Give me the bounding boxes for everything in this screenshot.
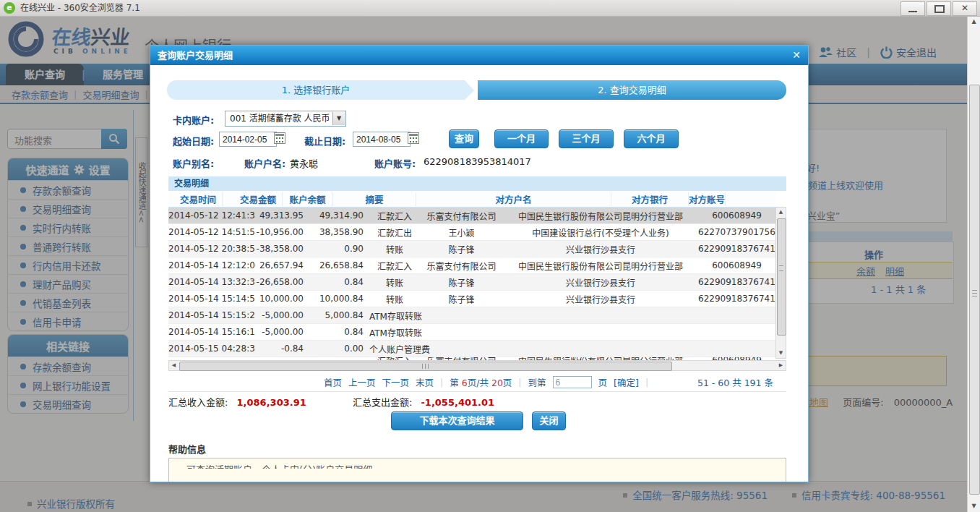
start-date-input[interactable] (219, 132, 277, 147)
scroll-down-arrow-icon[interactable]: ▼ (968, 500, 980, 512)
cell-time: 2014-05-14 12:12:05 (168, 260, 255, 270)
table-header-cell: 对方账号 (689, 192, 726, 206)
cell-counterparty-name: 陈子锋 (420, 243, 503, 255)
table-row[interactable]: 2014-05-12 20:38:57 -38,358.00 0.90 转账 陈… (168, 241, 775, 257)
cell-balance: 5,000.84 (309, 310, 369, 320)
calendar-icon[interactable] (408, 132, 419, 144)
wizard-steps: 1. 选择银行账户 2. 查询交易明细 (167, 80, 786, 100)
browser-title: 在线兴业 - 360安全浏览器 7.1 (20, 0, 140, 16)
scroll-up-arrow-icon[interactable]: ▲ (776, 208, 786, 217)
table-row[interactable]: 2014-05-14 15:14:56 10,000.00 10,000.84 … (168, 291, 775, 307)
cell-counterparty-account: 622909183767411413 (698, 294, 775, 304)
cell-counterparty-name: 陈子锋 (420, 276, 503, 289)
account-name-label: 账户户名: (244, 156, 285, 170)
account-number-value: 622908183953814017 (424, 156, 531, 167)
scrollbar-grip-icon (422, 364, 429, 369)
table-row[interactable]: 2014-05-14 15:16:14 -5,000.00 0.84 ATM存取… (168, 324, 775, 341)
goto-page-suffix: 页 (598, 375, 608, 389)
cell-time: 2014-05-12 12:41:34 (168, 210, 255, 221)
window-maximize-button[interactable] (927, 1, 951, 16)
cell-summary: ATM存取转账 (369, 310, 420, 322)
cell-counterparty-bank: 中国建设银行总行(不受理个人业务) (503, 226, 698, 239)
cell-summary: 个人账户管理费 (369, 343, 420, 355)
table-header-cell: 对方户名 (416, 192, 611, 206)
cell-summary: 转账 (369, 276, 420, 289)
window-close-button[interactable] (953, 1, 977, 16)
table-row[interactable]: 2014-05-12 14:51:56 -10,956.00 38,358.90… (168, 224, 775, 241)
cell-amount: -38,358.00 (255, 244, 309, 254)
dialog-close-icon[interactable]: ✕ (792, 49, 801, 61)
cell-counterparty-name: 陈子锋 (420, 293, 503, 305)
cell-amount: 26,657.94 (255, 260, 309, 270)
cell-counterparty-bank: 兴业银行沙县支行 (503, 293, 698, 305)
cell-time: 2014-05-15 04:28:37 (168, 344, 255, 354)
table-header-cell: 交易金额 (223, 192, 283, 206)
scrollbar-grip-icon (779, 265, 783, 271)
one-month-button[interactable]: 一个月 (494, 129, 549, 148)
six-month-button[interactable]: 六个月 (624, 129, 679, 148)
first-page-link[interactable]: 首页 (324, 375, 342, 389)
query-button[interactable]: 查询 (449, 129, 479, 148)
cell-time: 2014-05-14 13:32:34 (168, 277, 255, 287)
cell-balance: 38,358.90 (309, 227, 369, 237)
three-month-button[interactable]: 三个月 (559, 129, 614, 148)
table-hscroll-thumb[interactable] (179, 362, 672, 371)
table-header-cell: 摘要 (333, 192, 416, 206)
download-results-button[interactable]: 下载本次查询结果 (391, 411, 523, 430)
step-query-detail: 2. 查询交易明细 (478, 80, 786, 100)
scroll-down-arrow-icon[interactable]: ▼ (776, 349, 786, 358)
cell-time: 2014-05-12 14:51:56 (168, 227, 255, 237)
cell-balance: 0.84 (309, 277, 369, 287)
table-row[interactable]: 2014-05-14 12:12:05 26,657.94 26,658.84 … (168, 257, 775, 274)
end-date-input[interactable] (353, 132, 411, 147)
calendar-icon[interactable] (274, 132, 285, 144)
cell-amount: 49,313.95 (255, 210, 309, 221)
last-page-link[interactable]: 末页 (416, 375, 434, 389)
page-scrollbar[interactable]: ▲ ▼ (967, 16, 980, 512)
table-row[interactable]: 2014-05-15 04:28:37 -0.84 0.00 个人账户管理费 (168, 341, 775, 357)
dialog-title: 查询账户交易明细 (158, 46, 233, 65)
close-dialog-button[interactable]: 关闭 (532, 411, 566, 430)
table-vertical-scrollbar[interactable]: ▲ ▼ (775, 207, 786, 359)
pagination-bar: 首页 上一页 下一页 末页 | 第 6页/共 20页 | 到第 页 [确定] |… (168, 372, 786, 392)
goto-page-input[interactable] (553, 376, 592, 388)
table-vscroll-thumb[interactable] (777, 218, 786, 336)
card-account-select[interactable]: 001 活期储蓄存款 人民币 ▼ (225, 111, 346, 127)
window-minimize-button[interactable] (901, 1, 925, 16)
cell-balance: 26,658.84 (309, 260, 369, 270)
scroll-right-arrow-icon[interactable]: ▶ (776, 361, 786, 370)
cell-counterparty-account: 600608949 (698, 260, 775, 270)
table-header-cell: 账户余额 (283, 192, 333, 206)
table-header-cell: 交易时间 (168, 192, 223, 206)
cell-counterparty-account: 622909183767411413 (698, 244, 775, 254)
cell-amount: -10,956.00 (255, 227, 309, 237)
cell-summary: 汇款汇入 (369, 260, 420, 272)
expense-label: 汇总支出金额: (353, 397, 412, 408)
goto-confirm-link[interactable]: [确定] (614, 375, 639, 389)
prev-page-link[interactable]: 上一页 (348, 375, 376, 389)
cell-amount: -5,000.00 (255, 327, 309, 337)
goto-page-label: 到第 (528, 375, 546, 389)
scroll-up-arrow-icon[interactable]: ▲ (968, 16, 980, 27)
cell-counterparty-name: 乐富支付有限公司 (420, 210, 503, 222)
table-header-row: 交易时间交易金额账户余额摘要对方户名对方银行对方账号 (168, 191, 775, 208)
cell-summary: 转账 (369, 293, 420, 305)
end-date-label: 截止日期: (304, 134, 345, 148)
cell-counterparty-account: 622909183767411413 (698, 277, 775, 287)
account-name-value: 黄永聪 (290, 156, 318, 170)
cell-counterparty-bank: 中国民生银行股份有限公司昆明分行营业部 (503, 210, 698, 222)
next-page-link[interactable]: 下一页 (382, 375, 410, 389)
cell-summary: 汇款汇入 (369, 210, 420, 222)
page-indicator: 第 6页/共 20页 (450, 375, 512, 389)
dialog-titlebar: 查询账户交易明细 ✕ (150, 46, 808, 65)
table-row[interactable]: 2014-05-14 13:32:34 -26,658.00 0.84 转账 陈… (168, 274, 775, 291)
page-scrollbar-thumb[interactable] (969, 85, 980, 495)
table-horizontal-scrollbar[interactable]: ◀ ▶ (168, 360, 786, 371)
table-row[interactable]: 2014-05-12 12:41:34 49,313.95 49,314.90 … (168, 208, 775, 224)
chevron-down-icon: ▼ (332, 112, 345, 125)
cell-summary: 汇款汇出 (369, 226, 420, 239)
scroll-left-arrow-icon[interactable]: ◀ (169, 361, 179, 370)
cell-counterparty-account: 6227073790175641 (698, 227, 775, 237)
cell-amount: -26,658.00 (255, 277, 309, 287)
table-row[interactable]: 2014-05-14 15:15:28 -5,000.00 5,000.84 A… (168, 307, 775, 324)
